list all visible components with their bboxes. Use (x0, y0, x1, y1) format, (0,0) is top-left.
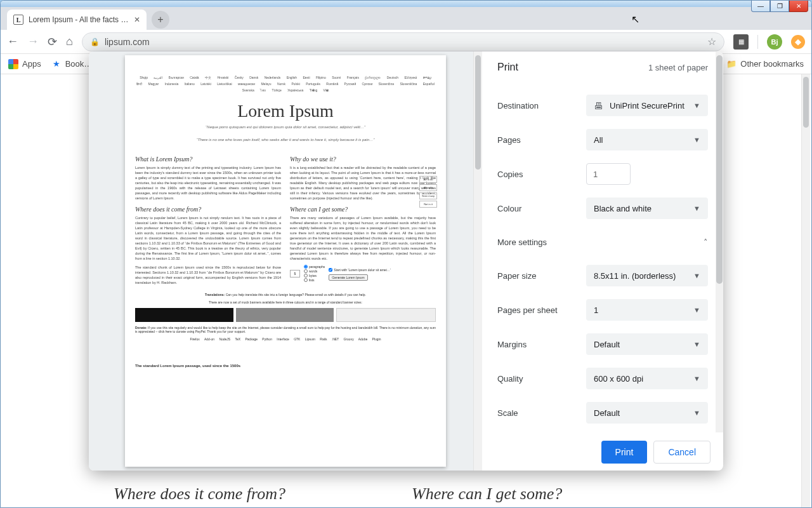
other-bookmarks-label: Other bookmarks (740, 59, 804, 69)
pages-select[interactable]: All ▼ (586, 129, 708, 150)
chevron-down-icon: ▼ (693, 136, 700, 144)
home-button[interactable]: ⌂ (66, 35, 73, 48)
chevron-down-icon: ▼ (693, 306, 700, 314)
quality-value: 600 x 600 dpi (594, 374, 643, 384)
tab-title: Lorem Ipsum - All the facts - Lips… (29, 15, 129, 24)
window-close-button[interactable]: ✕ (789, 1, 808, 12)
window-minimize-button[interactable]: — (751, 1, 770, 12)
print-actions: Print Cancel (482, 432, 723, 471)
preview-p-what: Lorem Ipsum is simply dummy text of the … (135, 165, 281, 201)
scrollbar-thumb[interactable] (475, 55, 481, 170)
paper-size-label: Paper size (497, 271, 586, 281)
preview-footer: The standard Lorem Ipsum passage, used s… (135, 364, 436, 368)
quality-select[interactable]: 600 x 600 dpi ▼ (586, 368, 708, 389)
destination-value: UniPrint SecurePrint (610, 101, 687, 110)
preview-p-why: It is a long established fact that a rea… (290, 165, 436, 201)
gen-start-checkbox (329, 268, 332, 272)
gen-radio-words (304, 269, 308, 273)
new-tab-button[interactable]: + (152, 11, 169, 29)
preview-p-get: There are many variations of passages of… (290, 215, 436, 261)
preview-language-list: Shqip العربية Български Català 中文 Hrvats… (135, 74, 436, 93)
bookmark-star-icon[interactable]: ☆ (707, 36, 716, 48)
sync-status-icon[interactable]: ◆ (791, 35, 805, 49)
gen-radio-lists (304, 278, 308, 282)
browser-window: — ❐ ✕ L Lorem Ipsum - All the facts - Li… (0, 0, 812, 508)
scale-select[interactable]: Default ▼ (586, 402, 708, 424)
preview-h-what: What is Lorem Ipsum? (135, 156, 281, 163)
print-preview-page[interactable]: Shqip العربية Български Català 中文 Hrvats… (125, 55, 446, 467)
bookmark-item[interactable]: ★ Book… (51, 59, 93, 69)
destination-select[interactable]: 🖶 UniPrint SecurePrint ▼ (586, 95, 708, 116)
margins-select[interactable]: Default ▼ (586, 333, 708, 355)
printer-icon: 🖶 (594, 100, 603, 111)
print-title: Print (497, 62, 518, 73)
forward-button: → (27, 35, 39, 48)
browser-tab[interactable]: L Lorem Ipsum - All the facts - Lips… ✕ (7, 10, 147, 30)
apps-shortcut[interactable]: Apps (8, 59, 41, 69)
chevron-down-icon: ▼ (693, 272, 700, 279)
preview-p-std: The standard chunk of Lorem Ipsum used s… (135, 265, 281, 285)
more-settings-toggle[interactable]: More settings ˄ (497, 225, 708, 258)
chevron-down-icon: ▼ (693, 340, 700, 348)
bookmark-label: Book… (65, 59, 93, 69)
chevron-down-icon: ▼ (693, 409, 700, 417)
margins-value: Default (594, 340, 620, 349)
preview-scrollbar[interactable] (473, 51, 482, 471)
apps-label: Apps (22, 59, 41, 69)
gen-radio-paragraphs (304, 265, 308, 269)
copies-label: Copies (497, 170, 586, 179)
pages-label: Pages (497, 135, 586, 145)
gen-radio-bytes (304, 274, 308, 277)
page-scrollbar[interactable] (801, 74, 810, 507)
preview-subtitle-2: “There is no one who loves pain itself, … (135, 138, 436, 142)
paper-size-value: 8.5x11 in. (borderless) (594, 271, 676, 281)
destination-label: Destination (497, 101, 586, 110)
print-options-pane: Print 1 sheet of paper Destination 🖶 Uni… (482, 51, 723, 471)
chevron-down-icon: ▼ (693, 102, 700, 109)
gen-button: Generate Lorem Ipsum (329, 274, 367, 281)
other-bookmarks[interactable]: 📁 Other bookmarks (726, 59, 804, 69)
options-scrollbar[interactable] (716, 51, 723, 432)
copies-input[interactable]: 1 (586, 163, 631, 185)
preview-p-where: Contrary to popular belief, Lorem Ipsum … (135, 215, 281, 261)
page-heading-left: Where does it come from? (114, 485, 285, 504)
preview-ad-sidebar: Ad to doAhead itSeen manyNot in it (419, 176, 437, 209)
margins-label: Margins (497, 340, 586, 349)
preview-h-why: Why do we use it? (290, 156, 436, 163)
pps-select[interactable]: 1 ▼ (586, 299, 708, 321)
scrollbar-thumb[interactable] (803, 77, 809, 128)
paper-size-select[interactable]: 8.5x11 in. (borderless) ▼ (586, 265, 708, 286)
back-button[interactable]: ← (7, 35, 18, 48)
extension-icon[interactable]: ▦ (733, 34, 749, 50)
browser-toolbar: ← → ⟳ ⌂ 🔒 lipsum.com ☆ ▦ Bj ◆ (1, 30, 811, 54)
lock-icon: 🔒 (90, 37, 100, 46)
folder-icon: 📁 (726, 59, 737, 69)
address-bar[interactable]: 🔒 lipsum.com ☆ (82, 32, 724, 51)
tab-close-icon[interactable]: ✕ (134, 15, 140, 24)
colour-select[interactable]: Black and white ▼ (586, 197, 708, 219)
cancel-button[interactable]: Cancel (653, 441, 710, 464)
window-titlebar[interactable] (1, 1, 811, 7)
favicon-icon: L (13, 15, 23, 25)
more-settings-label: More settings (497, 237, 547, 247)
preview-plugin-links: Firefox Add-on NodeJS TeX Package Python… (135, 337, 436, 341)
scale-label: Scale (497, 408, 586, 418)
profile-avatar[interactable]: Bj (767, 34, 782, 50)
scrollbar-thumb[interactable] (716, 55, 723, 284)
tab-strip: L Lorem Ipsum - All the facts - Lips… ✕ … (1, 7, 811, 30)
preview-banners (135, 308, 436, 322)
url-text: lipsum.com (105, 37, 702, 47)
colour-label: Colour (497, 204, 586, 213)
preview-title: Lorem Ipsum (135, 101, 436, 121)
pps-label: Pages per sheet (497, 305, 586, 315)
colour-value: Black and white (594, 204, 652, 213)
preview-generator: paragraphs words bytes lists Start with … (290, 265, 436, 282)
reload-button[interactable]: ⟳ (48, 35, 57, 49)
preview-subtitle-1: “Neque porro quisquam est qui dolorem ip… (135, 125, 436, 129)
chevron-up-icon: ˄ (704, 237, 708, 247)
window-maximize-button[interactable]: ❐ (770, 1, 789, 12)
print-preview-pane: Shqip العربية Български Català 中文 Hrvats… (89, 51, 482, 471)
apps-grid-icon (8, 59, 18, 69)
quality-label: Quality (497, 374, 586, 384)
print-button[interactable]: Print (601, 441, 648, 464)
